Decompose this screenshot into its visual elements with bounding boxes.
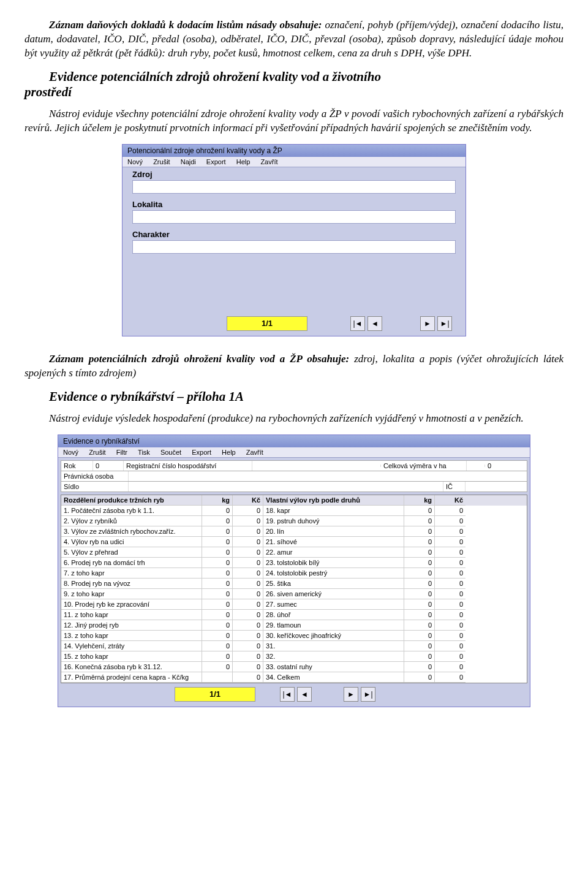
menu-zrusit[interactable]: Zrušit [151, 158, 176, 165]
cell-rkg[interactable]: 0 [404, 589, 435, 599]
cell-lkc[interactable]: 0 [233, 526, 263, 537]
cell-lkg[interactable]: 0 [202, 620, 233, 631]
cell-lkg[interactable]: 0 [202, 651, 233, 662]
menu-najdi[interactable]: Najdi [178, 158, 202, 165]
cell-rkg[interactable]: 0 [404, 516, 435, 526]
menu-zavrit[interactable]: Zavřít [258, 158, 284, 165]
cell-rkg[interactable]: 0 [404, 662, 435, 672]
cell-lkg[interactable]: 0 [202, 547, 233, 558]
cell-rkc[interactable]: 0 [435, 641, 466, 651]
cell-lkc[interactable]: 0 [233, 558, 263, 568]
val-pravnicka[interactable] [129, 471, 527, 481]
th-kc: Kč [233, 495, 263, 506]
nav-last-icon[interactable]: ►| [437, 316, 452, 331]
cell-lkc[interactable]: 0 [233, 589, 263, 599]
cell-lkg[interactable]: 0 [202, 610, 233, 620]
cell-rkc[interactable]: 0 [435, 662, 466, 672]
val-ic[interactable] [466, 482, 527, 491]
nav2-prev-icon[interactable]: ◄ [297, 687, 312, 702]
cell-lkg[interactable]: 0 [202, 579, 233, 589]
cell-rkg[interactable]: 0 [404, 506, 435, 516]
cell-lkc[interactable]: 0 [233, 506, 263, 516]
cell-rkc[interactable]: 0 [435, 526, 466, 537]
menu2-help[interactable]: Help [219, 449, 242, 456]
cell-rkg[interactable]: 0 [404, 672, 435, 683]
cell-lkc[interactable]: 0 [233, 599, 263, 610]
menu2-tisk[interactable]: Tisk [135, 449, 156, 456]
cell-lkg[interactable]: 0 [202, 568, 233, 579]
cell-lkg[interactable]: 0 [202, 662, 233, 672]
val-rok[interactable]: 0 [93, 461, 124, 471]
menu2-filtr[interactable]: Filtr [114, 449, 134, 456]
cell-lkg[interactable]: 0 [202, 641, 233, 651]
cell-rkc[interactable]: 0 [435, 651, 466, 662]
menu2-novy[interactable]: Nový [61, 449, 85, 456]
menu2-export[interactable]: Export [189, 449, 217, 456]
cell-lkg[interactable] [202, 672, 233, 683]
nav-first-icon[interactable]: |◄ [350, 316, 365, 331]
cell-rkg[interactable]: 0 [404, 568, 435, 579]
menu2-soucet[interactable]: Součet [158, 449, 187, 456]
cell-lkc[interactable]: 0 [233, 547, 263, 558]
val-sidlo[interactable] [129, 482, 443, 491]
cell-rkc[interactable]: 0 [435, 672, 466, 683]
cell-lkc[interactable]: 0 [233, 537, 263, 547]
menu2-zrusit[interactable]: Zrušit [86, 449, 112, 456]
cell-lkg[interactable]: 0 [202, 526, 233, 537]
cell-lkg[interactable]: 0 [202, 558, 233, 568]
cell-rkg[interactable]: 0 [404, 620, 435, 631]
cell-rkc[interactable]: 0 [435, 589, 466, 599]
cell-lkc[interactable]: 0 [233, 516, 263, 526]
nav2-next-icon[interactable]: ► [344, 687, 358, 702]
cell-rkg[interactable]: 0 [404, 651, 435, 662]
cell-rkg[interactable]: 0 [404, 641, 435, 651]
cell-lkc[interactable]: 0 [233, 610, 263, 620]
cell-lkc[interactable]: 0 [233, 651, 263, 662]
cell-lkc[interactable]: 0 [233, 579, 263, 589]
cell-rkc[interactable]: 0 [435, 516, 466, 526]
val-reg[interactable] [252, 465, 381, 467]
input-charakter[interactable] [132, 240, 456, 254]
cell-rkc[interactable]: 0 [435, 537, 466, 547]
cell-rkg[interactable]: 0 [404, 631, 435, 641]
nav2-first-icon[interactable]: |◄ [280, 687, 295, 702]
cell-rkg[interactable]: 0 [404, 537, 435, 547]
cell-rkg[interactable]: 0 [404, 610, 435, 620]
menu-export[interactable]: Export [204, 158, 232, 165]
cell-rkc[interactable]: 0 [435, 547, 466, 558]
cell-rkg[interactable]: 0 [404, 579, 435, 589]
cell-rkc[interactable]: 0 [435, 610, 466, 620]
cell-lkg[interactable]: 0 [202, 506, 233, 516]
cell-lkc[interactable]: 0 [233, 672, 263, 683]
nav-next-icon[interactable]: ► [420, 316, 435, 331]
cell-lkg[interactable]: 0 [202, 599, 233, 610]
nav-prev-icon[interactable]: ◄ [368, 316, 382, 331]
val-vymera[interactable]: 0 [485, 461, 533, 471]
cell-rkg[interactable]: 0 [404, 526, 435, 537]
cell-lkc[interactable]: 0 [233, 631, 263, 641]
cell-rkc[interactable]: 0 [435, 568, 466, 579]
cell-lkc[interactable]: 0 [233, 568, 263, 579]
input-lokalita[interactable] [132, 210, 456, 224]
cell-rkc[interactable]: 0 [435, 506, 466, 516]
cell-rkc[interactable]: 0 [435, 631, 466, 641]
cell-rkg[interactable]: 0 [404, 599, 435, 610]
cell-lkg[interactable]: 0 [202, 589, 233, 599]
input-zdroj[interactable] [132, 180, 456, 194]
cell-lkc[interactable]: 0 [233, 662, 263, 672]
menu-novy[interactable]: Nový [125, 158, 149, 165]
cell-lkc[interactable]: 0 [233, 641, 263, 651]
cell-lkg[interactable]: 0 [202, 631, 233, 641]
menu-help[interactable]: Help [234, 158, 257, 165]
cell-lkg[interactable]: 0 [202, 516, 233, 526]
cell-rkc[interactable]: 0 [435, 599, 466, 610]
cell-lkc[interactable]: 0 [233, 620, 263, 631]
cell-rkc[interactable]: 0 [435, 579, 466, 589]
cell-rkg[interactable]: 0 [404, 558, 435, 568]
cell-rkg[interactable]: 0 [404, 547, 435, 558]
cell-rkc[interactable]: 0 [435, 620, 466, 631]
nav2-last-icon[interactable]: ►| [361, 687, 375, 702]
cell-lkg[interactable]: 0 [202, 537, 233, 547]
cell-rkc[interactable]: 0 [435, 558, 466, 568]
menu2-zavrit[interactable]: Zavřít [244, 449, 270, 456]
